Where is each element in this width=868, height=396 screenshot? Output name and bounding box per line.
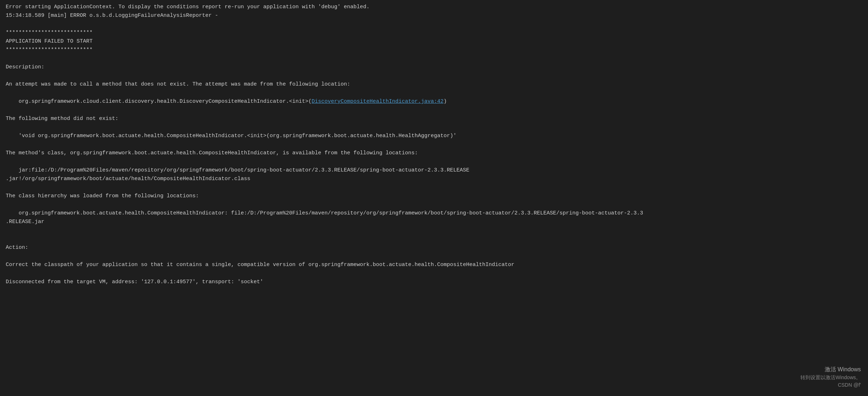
line-jar-path-2: .jar!/org/springframework/boot/actuate/h…	[6, 175, 862, 183]
line-2: 15:34:18.589 [main] ERROR o.s.b.d.Loggin…	[6, 11, 862, 20]
watermark-csdn: CSDN @f'	[800, 381, 861, 389]
watermark-line1: 激活 Windows	[800, 365, 861, 374]
line-empty-5	[6, 106, 862, 115]
line-class-path: org.springframework.cloud.client.discove…	[6, 97, 862, 106]
line-1: Error starting ApplicationContext. To di…	[6, 3, 862, 11]
line-correct-classpath: Correct the classpath of your applicatio…	[6, 261, 862, 269]
line-empty-9	[6, 183, 862, 192]
line-jar-path-1: jar:file:/D:/Program%20Files/maven/repos…	[6, 166, 862, 175]
line-action-label: Action:	[6, 243, 862, 252]
line-empty-13	[6, 252, 862, 261]
line-void-method: 'void org.springframework.boot.actuate.h…	[6, 132, 862, 140]
line-empty-3	[6, 72, 862, 80]
line-attempt: An attempt was made to call a method tha…	[6, 80, 862, 89]
line-empty-2	[6, 54, 862, 63]
line-release-jar: .RELEASE.jar	[6, 218, 862, 226]
line-empty-8	[6, 158, 862, 166]
discovery-composite-link[interactable]: DiscoveryCompositeHealthIndicator.java:4…	[312, 98, 443, 105]
terminal-output: Error starting ApplicationContext. To di…	[0, 0, 868, 396]
line-disconnected: Disconnected from the target VM, address…	[6, 278, 862, 286]
line-empty-6	[6, 123, 862, 132]
line-empty-1	[6, 20, 862, 29]
line-app-failed: APPLICATION FAILED TO START	[6, 37, 862, 46]
watermark-line2: 转到设置以激活Windows。	[800, 374, 861, 381]
line-stars-2: ***************************	[6, 46, 862, 54]
line-empty-11	[6, 226, 862, 235]
line-stars-1: ***************************	[6, 29, 862, 37]
windows-watermark: 激活 Windows 转到设置以激活Windows。 CSDN @f'	[800, 365, 861, 389]
line-description-label: Description:	[6, 63, 862, 72]
line-composite-health-path: org.springframework.boot.actuate.health.…	[6, 209, 862, 218]
line-empty-14	[6, 269, 862, 278]
line-empty-12	[6, 235, 862, 243]
line-empty-10	[6, 201, 862, 209]
line-class-hierarchy: The class hierarchy was loaded from the …	[6, 192, 862, 201]
line-empty-7	[6, 140, 862, 149]
line-method-class: The method's class, org.springframework.…	[6, 149, 862, 158]
line-method-not-exist: The following method did not exist:	[6, 115, 862, 123]
line-empty-4	[6, 89, 862, 97]
